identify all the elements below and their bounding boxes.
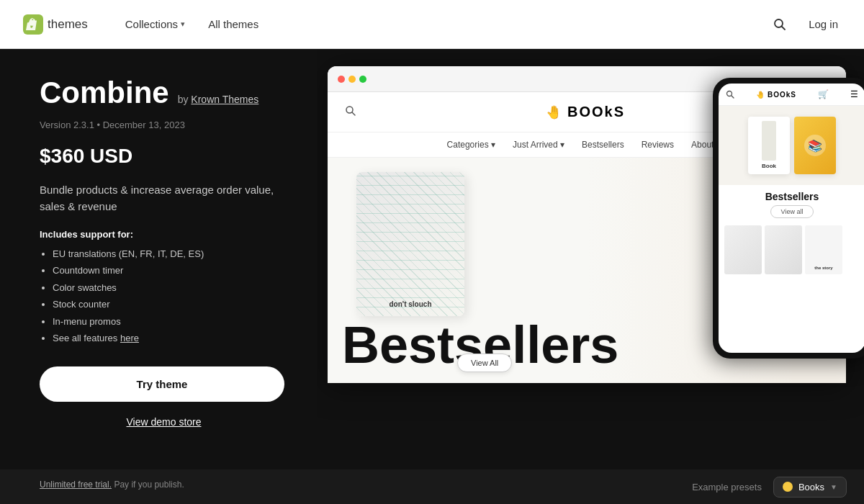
mobile-book-small-2 (765, 225, 802, 274)
logo-text: themes (48, 17, 88, 32)
preset-name: Books (798, 482, 824, 492)
browser-dot-yellow (348, 76, 356, 83)
mobile-search-icon (726, 90, 734, 99)
mobile-section-title: Bestsellers (719, 185, 864, 205)
mobile-logo-icon: 🤚 (756, 91, 765, 99)
book-cover: don't slouch (356, 172, 464, 316)
svg-line-2 (782, 26, 786, 30)
view-demo-button[interactable]: View demo store (126, 413, 201, 431)
mobile-screen: 🤚 BOOkS 🛒 ☰ Book (719, 84, 864, 353)
header: themes Collections ▾ All themes Log in (0, 0, 864, 49)
header-actions: Log in (768, 13, 841, 36)
list-item: Stock counter (53, 296, 288, 312)
browser-dot-green (359, 76, 366, 83)
site-logo-icon: 🤚 (546, 104, 563, 120)
try-theme-button[interactable]: Try theme (40, 366, 284, 402)
includes-title: Includes support for: (40, 229, 288, 240)
list-item: Color swatches (53, 279, 288, 296)
chevron-down-icon: ▾ (181, 19, 185, 29)
features-link[interactable]: here (120, 333, 139, 343)
mobile-book-small-1 (724, 225, 762, 274)
mobile-book-card-2: 📚 (794, 117, 836, 174)
browser-dots (338, 76, 366, 83)
list-item: Countdown timer (53, 262, 288, 279)
nav-collections[interactable]: Collections ▾ (117, 14, 194, 35)
free-trial-note: Unlimited free trial. Pay if you publish… (40, 480, 288, 490)
view-all-btn: View All (457, 354, 512, 372)
presets-dropdown[interactable]: Books ▼ (773, 477, 847, 498)
author-link[interactable]: Krown Themes (191, 94, 258, 105)
mobile-book-card-1: Book (748, 117, 790, 174)
theme-preview-panel: 🤚 BOOkS 🛒1 Categories ▾ Just Arrived ▾ B… (317, 49, 864, 504)
list-item: See all features here (53, 330, 288, 346)
preset-color-dot (783, 482, 793, 492)
list-item: In-menu promos (53, 313, 288, 330)
site-logo: 🤚 BOOkS (546, 104, 625, 120)
shopify-icon (23, 14, 43, 35)
search-button[interactable] (768, 13, 791, 36)
search-icon (773, 17, 787, 32)
browser-dot-red (338, 76, 345, 83)
theme-version: Version 2.3.1 • December 13, 2023 (40, 120, 288, 130)
book-title: don't slouch (389, 300, 431, 309)
mobile-cart-icon: 🛒 (818, 89, 829, 99)
theme-description: Bundle products & increase average order… (40, 182, 288, 215)
svg-line-6 (732, 96, 734, 99)
presets-label: Example presets (692, 482, 762, 492)
mobile-logo: 🤚 BOOkS (756, 91, 796, 99)
site-search-icon (345, 105, 356, 120)
main-nav: Collections ▾ All themes (117, 14, 768, 35)
svg-line-4 (352, 112, 355, 115)
hero-book: don't slouch (356, 172, 464, 316)
mobile-site-header: 🤚 BOOkS 🛒 ☰ (719, 84, 864, 106)
theme-info-panel: Combine by Krown Themes Version 2.3.1 • … (0, 49, 317, 504)
features-list: EU translations (EN, FR, IT, DE, ES) Cou… (40, 246, 288, 346)
list-item: EU translations (EN, FR, IT, DE, ES) (53, 246, 288, 262)
free-trial-link[interactable]: Unlimited free trial. (40, 480, 112, 490)
nav-all-themes[interactable]: All themes (199, 14, 267, 35)
logo[interactable]: themes (23, 14, 88, 35)
mobile-menu-icon: ☰ (850, 89, 858, 99)
includes-section: Includes support for: EU translations (E… (40, 229, 288, 346)
theme-price: $360 USD (40, 145, 288, 168)
mobile-book-small-3: the story (805, 225, 842, 274)
mobile-books-row: the story (719, 222, 864, 277)
login-button[interactable]: Log in (806, 14, 841, 35)
theme-title-row: Combine by Krown Themes (40, 78, 288, 108)
main-content: Combine by Krown Themes Version 2.3.1 • … (0, 49, 864, 504)
mobile-view-all: View all (770, 205, 814, 218)
theme-title: Combine (40, 78, 169, 108)
mobile-mockup: 🤚 BOOkS 🛒 ☰ Book (713, 78, 864, 359)
chevron-down-icon: ▼ (830, 483, 837, 491)
theme-author: by Krown Themes (178, 94, 259, 105)
mobile-hero-area: Book 📚 (719, 106, 864, 185)
